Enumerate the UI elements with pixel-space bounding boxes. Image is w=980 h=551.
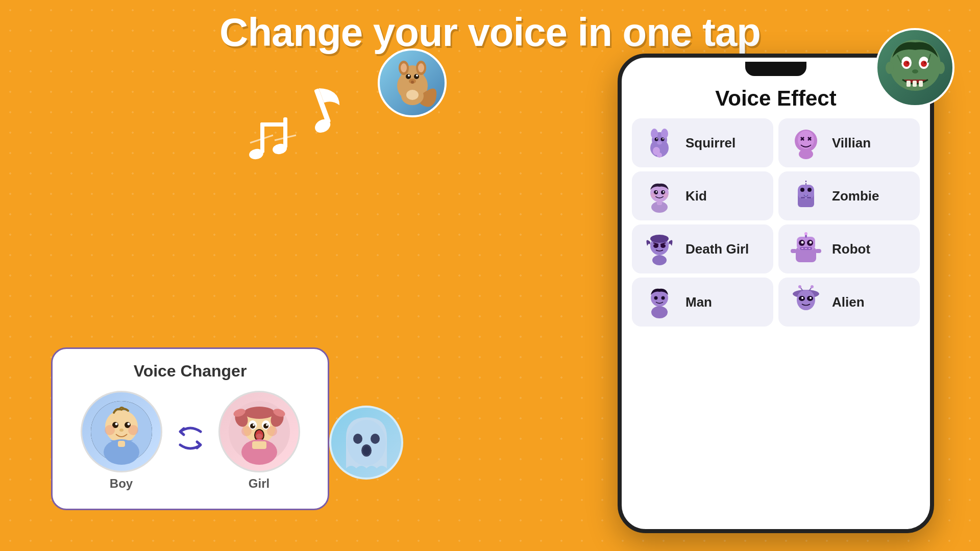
voice-changer-avatars: Boy [68, 391, 312, 491]
phone-notch [745, 62, 806, 76]
svg-point-134 [267, 426, 277, 436]
svg-point-102 [798, 285, 801, 288]
boy-avatar-item[interactable]: Boy [81, 391, 162, 491]
svg-point-126 [250, 423, 255, 429]
robot-label: Robot [832, 241, 870, 257]
villain-label: Villian [832, 135, 871, 151]
voice-item-alien[interactable]: Alien [778, 278, 920, 327]
svg-point-27 [924, 62, 926, 64]
svg-point-45 [656, 138, 657, 139]
svg-point-24 [903, 61, 910, 67]
svg-rect-136 [252, 441, 266, 449]
svg-rect-30 [913, 81, 917, 87]
boy-avatar [81, 391, 162, 472]
boy-label: Boy [110, 477, 133, 491]
svg-point-41 [651, 129, 658, 139]
voice-row-2: Kid [632, 171, 920, 220]
svg-point-83 [801, 241, 804, 244]
voice-item-death-girl[interactable]: Death Girl [632, 224, 773, 273]
svg-point-100 [810, 297, 812, 299]
svg-point-111 [127, 423, 130, 425]
svg-point-62 [651, 193, 656, 198]
voice-changer-title: Voice Changer [68, 362, 312, 381]
svg-rect-88 [808, 248, 811, 249]
svg-point-20 [406, 90, 419, 100]
svg-point-42 [661, 129, 668, 139]
svg-point-110 [115, 423, 117, 425]
svg-point-61 [663, 191, 665, 193]
svg-point-44 [661, 138, 665, 141]
svg-point-84 [810, 241, 812, 244]
svg-point-43 [655, 138, 658, 141]
swap-icon[interactable] [173, 420, 208, 462]
svg-point-11 [401, 63, 407, 72]
svg-rect-70 [801, 197, 805, 198]
svg-point-133 [241, 426, 252, 436]
svg-point-56 [799, 149, 813, 159]
voice-changer-card: Voice Changer [51, 347, 329, 510]
voice-item-man[interactable]: Man [632, 278, 773, 327]
svg-rect-65 [657, 201, 662, 205]
svg-point-47 [657, 141, 662, 145]
svg-point-80 [804, 232, 807, 235]
squirrel-label: Squirrel [685, 135, 736, 151]
svg-point-69 [807, 188, 812, 192]
svg-point-113 [128, 425, 138, 435]
svg-point-132 [256, 434, 262, 439]
svg-point-60 [656, 191, 657, 193]
svg-point-15 [408, 74, 410, 77]
alien-label: Alien [832, 294, 865, 310]
floating-zombie-avatar [875, 28, 954, 107]
voice-row-4: Man [632, 278, 920, 327]
zombie-icon [788, 178, 824, 214]
villain-icon [788, 124, 824, 161]
svg-rect-4 [260, 122, 287, 127]
svg-point-49 [657, 153, 662, 158]
svg-point-94 [651, 306, 668, 318]
voice-row-1: Squirrel [632, 118, 920, 167]
svg-point-32 [886, 62, 894, 74]
voice-item-squirrel[interactable]: Squirrel [632, 118, 773, 167]
svg-point-33 [937, 62, 945, 74]
floating-ghost-avatar [329, 406, 403, 480]
svg-point-92 [654, 296, 658, 300]
svg-point-63 [663, 193, 668, 198]
svg-point-73 [650, 235, 669, 243]
svg-point-26 [906, 62, 909, 64]
svg-point-51 [798, 131, 814, 149]
svg-point-76 [652, 255, 667, 265]
svg-point-128 [253, 424, 255, 426]
voice-item-kid[interactable]: Kid [632, 171, 773, 220]
svg-rect-87 [805, 248, 807, 249]
svg-point-46 [663, 138, 664, 139]
svg-point-121 [244, 407, 275, 419]
voice-item-robot[interactable]: Robot [778, 224, 920, 273]
svg-point-68 [800, 188, 804, 192]
svg-point-112 [105, 425, 115, 435]
voice-item-villain[interactable]: Villian [778, 118, 920, 167]
svg-point-104 [811, 285, 814, 288]
girl-avatar [218, 391, 300, 472]
svg-rect-116 [118, 441, 125, 447]
robot-icon [788, 231, 824, 267]
svg-rect-29 [906, 81, 911, 87]
svg-rect-90 [815, 249, 821, 253]
svg-point-93 [662, 296, 665, 300]
music-notes-decoration [245, 82, 362, 173]
page-title: Change your voice in one tap [0, 9, 980, 56]
svg-rect-86 [801, 248, 803, 249]
man-icon [641, 284, 678, 320]
girl-label: Girl [249, 477, 270, 491]
svg-rect-67 [798, 185, 814, 199]
svg-rect-3 [283, 117, 287, 148]
svg-point-12 [418, 63, 424, 72]
alien-icon [788, 284, 824, 320]
voice-item-zombie[interactable]: Zombie [778, 171, 920, 220]
man-label: Man [685, 294, 712, 310]
kid-icon [641, 178, 678, 214]
girl-avatar-item[interactable]: Girl [218, 391, 300, 491]
death-girl-label: Death Girl [685, 241, 749, 257]
svg-point-25 [921, 61, 927, 67]
voice-effects-list: Squirrel [622, 118, 930, 327]
svg-rect-71 [807, 197, 811, 198]
